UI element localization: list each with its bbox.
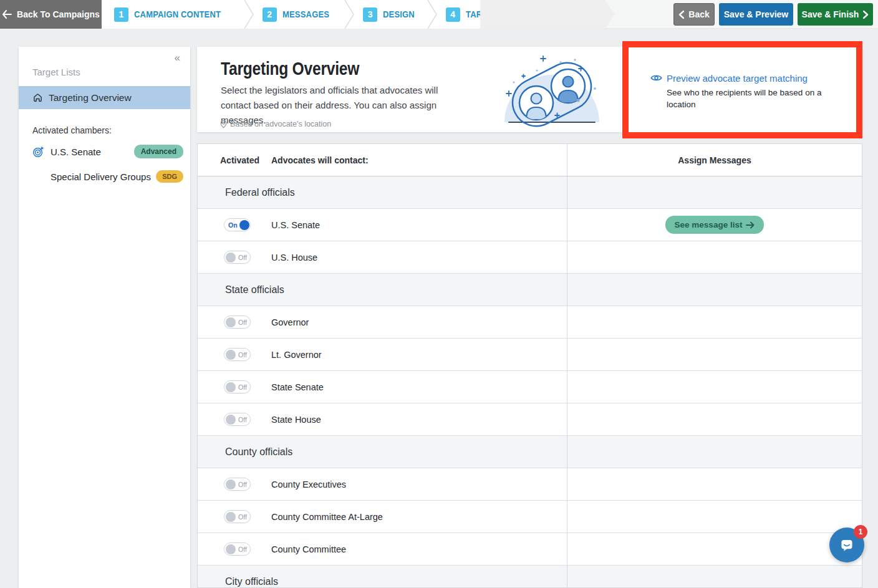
back-to-campaigns-button[interactable]: Back To Campaigns <box>0 0 102 29</box>
toggle-state-label: Off <box>238 513 247 521</box>
step-tab-campaign-content[interactable]: 1CAMPAIGN CONTENT <box>105 0 240 29</box>
section-row-federal-officials: Federal officials <box>198 176 862 209</box>
table-header-row: Activated Advocates will contact: Assign… <box>198 144 862 176</box>
section-row-state-officials: State officials <box>198 274 862 306</box>
official-label: Governor <box>271 317 309 327</box>
save-and-preview-button[interactable]: Save & Preview <box>719 3 793 26</box>
step-separator-chevron <box>344 0 354 29</box>
chat-bubble-icon <box>837 535 857 555</box>
toggle-off[interactable]: Off <box>224 478 251 491</box>
save-finish-label: Save & Finish <box>802 9 859 19</box>
table-body: Federal officialsOnU.S. SenateSee messag… <box>198 176 862 588</box>
official-label: State House <box>271 415 321 425</box>
step-label: CAMPAIGN CONTENT <box>134 9 221 20</box>
chamber-item-u-s-senate[interactable]: U.S. SenateAdvanced <box>19 142 190 161</box>
official-label: State Senate <box>271 382 324 392</box>
step-label: DESIGN <box>383 9 415 20</box>
step-label: MESSAGES <box>282 9 329 20</box>
step-separator-chevron <box>427 0 437 29</box>
eye-icon <box>650 74 662 85</box>
column-header-contact: Advocates will contact: <box>271 155 369 165</box>
toggle-knob <box>226 480 236 489</box>
toggle-knob <box>226 512 236 522</box>
toggle-state-label: Off <box>238 319 247 326</box>
back-to-campaigns-label: Back To Campaigns <box>17 9 100 19</box>
official-row-u-s-house: OffU.S. House <box>198 241 862 274</box>
arrow-right-icon <box>746 221 755 229</box>
section-label: Federal officials <box>225 187 295 198</box>
targeting-table: Activated Advocates will contact: Assign… <box>197 143 862 588</box>
annotation-highlight-box: Preview advocate target matching See who… <box>622 41 862 138</box>
sidebar-title: Target Lists <box>32 67 80 77</box>
official-row-county-committee-at-large: OffCounty Committee At-Large <box>198 501 862 533</box>
toggle-knob <box>239 220 249 230</box>
toggle-off[interactable]: Off <box>224 316 251 329</box>
preview-callout-description: See who the recipients will be based on … <box>667 87 826 110</box>
toggle-knob <box>226 350 236 360</box>
toggle-off[interactable]: Off <box>224 510 251 523</box>
target-bullseye-icon <box>32 146 44 158</box>
official-label: County Committee At-Large <box>271 512 383 522</box>
step-number: 1 <box>114 7 128 22</box>
chamber-item-special-delivery-groups[interactable]: Special Delivery GroupsSDG <box>19 167 190 186</box>
official-label: U.S. Senate <box>271 220 320 230</box>
step-navigation: 1CAMPAIGN CONTENT2MESSAGES3DESIGN4TARGET… <box>102 0 480 29</box>
step-number: 4 <box>446 7 460 22</box>
back-button-label: Back <box>688 9 709 19</box>
toggle-state-label: Off <box>238 481 247 488</box>
chamber-badge: SDG <box>156 170 183 183</box>
see-message-list-button[interactable]: See message list <box>665 216 765 234</box>
back-button[interactable]: Back <box>673 3 715 26</box>
official-row-state-senate: OffState Senate <box>198 371 862 403</box>
toggle-knob <box>226 317 236 327</box>
step-tab-messages[interactable]: 2MESSAGES <box>254 0 340 29</box>
toggle-off[interactable]: Off <box>224 251 251 264</box>
official-label: County Executives <box>271 480 346 489</box>
step-separator-chevron <box>244 0 254 29</box>
official-row-u-s-senate: OnU.S. SenateSee message list <box>198 209 862 241</box>
see-message-list-label: See message list <box>675 220 743 229</box>
preview-advocate-target-matching-link[interactable]: Preview advocate target matching <box>667 73 808 84</box>
collapse-sidebar-icon[interactable]: « <box>175 52 180 64</box>
toggle-off[interactable]: Off <box>224 380 251 393</box>
toggle-off[interactable]: Off <box>224 413 251 426</box>
step-tab-design[interactable]: 3DESIGN <box>354 0 423 29</box>
toggle-knob <box>226 544 236 554</box>
step-strip-tail <box>480 0 615 29</box>
sidebar-item-targeting-overview[interactable]: Targeting Overview <box>19 86 190 109</box>
official-row-county-committee: OffCounty Committee <box>198 533 862 566</box>
column-header-assign-messages: Assign Messages <box>678 155 751 165</box>
chevron-left-icon <box>678 11 684 19</box>
toggle-knob <box>226 382 236 392</box>
section-label: City officials <box>225 576 278 587</box>
column-header-activated: Activated <box>220 155 259 165</box>
toggle-state-label: Off <box>238 416 247 423</box>
chamber-badge: Advanced <box>134 145 183 158</box>
toggle-state-label: Off <box>238 546 247 553</box>
toggle-off[interactable]: Off <box>224 348 251 361</box>
toggle-state-label: On <box>228 221 238 229</box>
home-icon <box>32 92 43 103</box>
official-row-governor: OffGovernor <box>198 306 862 339</box>
top-navigation-bar: Back To Campaigns 1CAMPAIGN CONTENT2MESS… <box>0 0 878 29</box>
step-number: 3 <box>363 7 377 22</box>
toggle-state-label: Off <box>238 254 247 261</box>
official-label: Lt. Governor <box>271 350 322 360</box>
save-and-finish-button[interactable]: Save & Finish <box>798 3 873 26</box>
location-note-text: Based on advocate's location <box>230 120 331 128</box>
save-preview-label: Save & Preview <box>724 9 789 19</box>
toggle-on[interactable]: On <box>224 218 251 231</box>
chat-notification-badge[interactable]: 1 <box>854 525 867 539</box>
location-note: Based on advocate's location <box>220 120 331 128</box>
targeting-illustration <box>501 55 602 131</box>
chamber-name: Special Delivery Groups <box>51 171 151 182</box>
official-label: County Committee <box>271 544 346 554</box>
sidebar-item-label: Targeting Overview <box>49 92 132 104</box>
section-row-county-officials: County officials <box>198 436 862 468</box>
page-title: Targeting Overview <box>221 58 359 79</box>
toggle-off[interactable]: Off <box>224 542 251 556</box>
toggle-knob <box>226 253 236 263</box>
step-number: 2 <box>263 7 277 22</box>
section-label: County officials <box>225 446 292 458</box>
chevron-right-icon <box>863 11 869 19</box>
